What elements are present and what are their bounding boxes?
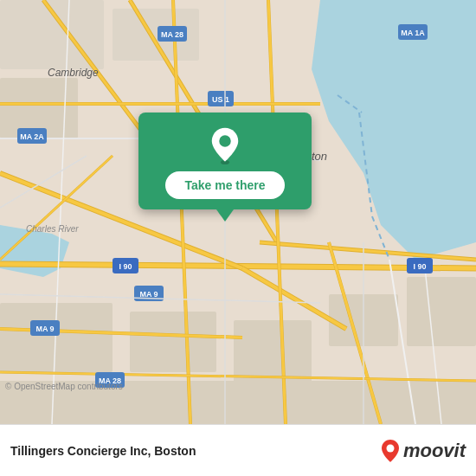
svg-text:Cambridge: Cambridge	[48, 67, 99, 79]
location-pin-icon	[206, 126, 244, 164]
svg-text:ton: ton	[312, 150, 327, 163]
moovit-pin-icon	[381, 439, 400, 463]
moovit-logo: moovit	[381, 439, 466, 463]
svg-text:Charles River: Charles River	[26, 224, 79, 234]
bottom-bar: Tillingers Concierge Inc, Boston moovit	[0, 424, 476, 476]
svg-text:MA 9: MA 9	[139, 290, 158, 299]
moovit-brand-name: moovit	[403, 440, 466, 462]
svg-text:MA 28: MA 28	[161, 30, 183, 39]
svg-rect-12	[407, 277, 476, 346]
svg-text:I 90: I 90	[119, 262, 132, 271]
svg-point-74	[386, 444, 394, 452]
svg-rect-8	[130, 312, 216, 372]
map-container: MA 28 US 1 MA 1A MA 2A I 90 I 90 MA 9 MA…	[0, 0, 476, 424]
svg-text:MA 2A: MA 2A	[20, 132, 44, 141]
svg-text:MA 9: MA 9	[35, 325, 54, 333]
svg-rect-9	[234, 320, 312, 389]
svg-point-73	[219, 135, 231, 147]
map-attribution: © OpenStreetMap contributors	[5, 382, 123, 391]
location-popup: Take me there	[138, 113, 312, 209]
svg-text:MA 1A: MA 1A	[401, 29, 425, 37]
location-title: Tillingers Concierge Inc, Boston	[10, 444, 381, 458]
svg-text:US 1: US 1	[212, 95, 229, 104]
svg-text:I 90: I 90	[413, 262, 426, 271]
map-svg: MA 28 US 1 MA 1A MA 2A I 90 I 90 MA 9 MA…	[0, 0, 476, 424]
take-me-there-button[interactable]: Take me there	[165, 171, 284, 199]
